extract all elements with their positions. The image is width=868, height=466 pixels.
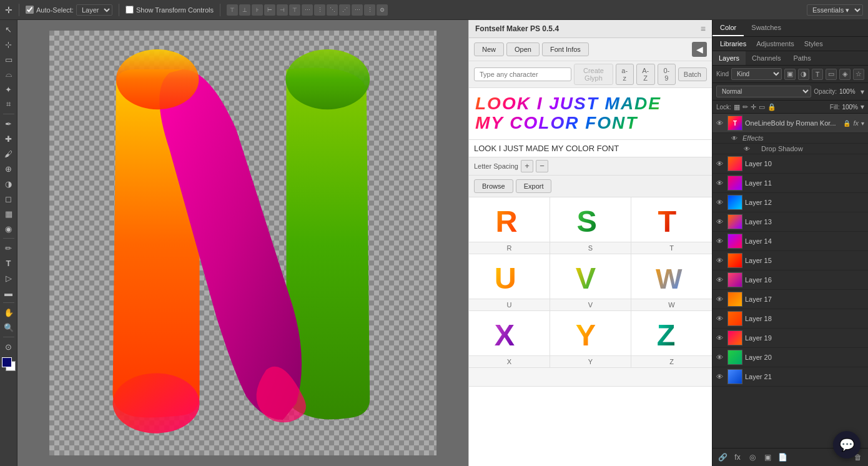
new-button[interactable]: New	[474, 42, 504, 56]
glyph-cell-Z[interactable]: Z Z	[631, 311, 712, 367]
eyedropper-icon[interactable]: ✒	[2, 117, 16, 131]
move-icon[interactable]: ✛	[5, 5, 12, 15]
distribute-3-icon[interactable]: ⋱	[327, 4, 338, 16]
crop-icon[interactable]: ⌗	[2, 97, 16, 111]
swatches-tab[interactable]: Swatches	[744, 20, 789, 36]
magic-wand-icon[interactable]: ✦	[2, 82, 16, 96]
create-glyph-button[interactable]: Create Glyph	[574, 64, 613, 85]
pixel-filter-icon[interactable]: ▣	[784, 69, 796, 80]
settings-icon[interactable]: ⚙	[377, 4, 388, 16]
preview-text-input[interactable]	[474, 144, 707, 153]
layer-14-eye-icon[interactable]: 👁	[716, 237, 725, 245]
lasso-icon[interactable]: ⌓	[2, 67, 16, 81]
glyph-cell-W[interactable]: W W	[631, 254, 712, 310]
align-top-icon[interactable]: ⊤	[227, 4, 238, 16]
layer-select[interactable]: Layer	[76, 4, 112, 16]
auto-select-checkbox[interactable]	[26, 6, 34, 14]
layer-top-expand-icon[interactable]: ▾	[861, 120, 864, 127]
font-infos-button[interactable]: Font Infos	[542, 42, 589, 56]
shape-icon[interactable]: ▬	[2, 286, 16, 300]
clone-icon[interactable]: ⊕	[2, 162, 16, 176]
blur-icon[interactable]: ◉	[2, 222, 16, 235]
letter-spacing-plus[interactable]: +	[521, 160, 533, 172]
layer-top-eye-icon[interactable]: 👁	[716, 119, 725, 127]
az-button[interactable]: a-z	[616, 64, 634, 85]
layer-19-eye-icon[interactable]: 👁	[716, 334, 725, 342]
layer-item-20[interactable]: 👁 Layer 20	[713, 348, 868, 367]
layer-item-10[interactable]: 👁 Layer 10	[713, 154, 868, 174]
collapse-arrow-button[interactable]: ◀	[692, 42, 707, 57]
foreground-color-box[interactable]	[2, 357, 12, 367]
glyph-cell-V[interactable]: V V	[550, 254, 631, 310]
letter-spacing-minus[interactable]: −	[536, 160, 548, 172]
layer-item-13[interactable]: 👁 Layer 13	[713, 212, 868, 232]
create-group-icon[interactable]: ▣	[761, 451, 774, 464]
layer-item-12[interactable]: 👁 Layer 12	[713, 193, 868, 212]
history-icon[interactable]: ◑	[2, 177, 16, 191]
layer-item-17[interactable]: 👁 Layer 17	[713, 290, 868, 309]
path-select-icon[interactable]: ▷	[2, 271, 16, 285]
effect-filter-icon[interactable]: ☆	[853, 69, 864, 80]
kind-select[interactable]: Kind	[731, 68, 782, 80]
fontself-collapse-icon[interactable]: ≡	[701, 24, 706, 34]
layer-item-19[interactable]: 👁 Layer 19	[713, 329, 868, 348]
AZ-button[interactable]: A-Z	[636, 64, 655, 85]
layer-13-eye-icon[interactable]: 👁	[716, 218, 725, 226]
distribute-6-icon[interactable]: ⋮	[364, 4, 375, 16]
pen-icon[interactable]: ✏	[2, 241, 16, 255]
glyph-cell-R[interactable]: R R	[469, 197, 550, 254]
distribute-2-icon[interactable]: ⋮	[314, 4, 325, 16]
lock-all-icon[interactable]: 🔒	[767, 103, 776, 111]
align-bottom-icon[interactable]: ⊦	[252, 4, 263, 16]
type-icon[interactable]: T	[2, 256, 16, 270]
layer-item-15[interactable]: 👁 Layer 15	[713, 251, 868, 270]
layer-top-fx-icon[interactable]: fx	[853, 119, 859, 127]
paths-section-tab[interactable]: Paths	[787, 51, 817, 65]
link-layers-icon[interactable]: 🔗	[716, 451, 729, 464]
shape-filter-icon[interactable]: ▭	[826, 69, 837, 80]
layer-20-eye-icon[interactable]: 👁	[716, 354, 725, 361]
color-tab[interactable]: Color	[713, 20, 744, 36]
09-button[interactable]: 0-9	[658, 64, 676, 85]
layer-item-14[interactable]: 👁 Layer 14	[713, 232, 868, 251]
layer-15-eye-icon[interactable]: 👁	[716, 257, 725, 264]
lock-transparent-icon[interactable]: ▦	[734, 103, 740, 111]
layer-item-top[interactable]: 👁 T OneLineBold by Roman Kor... 🔒 fx ▾	[713, 114, 868, 133]
chat-bubble-button[interactable]: 💬	[833, 431, 861, 459]
eraser-icon[interactable]: ◻	[2, 192, 16, 206]
opacity-dropdown-icon[interactable]: ▾	[861, 87, 864, 96]
export-button[interactable]: Export	[516, 179, 552, 193]
distribute-1-icon[interactable]: ⋯	[302, 4, 313, 16]
blend-mode-select[interactable]: Normal	[716, 86, 811, 97]
fill-dropdown-icon[interactable]: ▾	[861, 102, 864, 111]
batch-button[interactable]: Batch	[678, 67, 707, 81]
distribute-4-icon[interactable]: ⋰	[339, 4, 350, 16]
glyph-cell-T[interactable]: T T	[631, 197, 712, 254]
color-boxes[interactable]	[2, 357, 16, 375]
show-transform-checkbox[interactable]	[126, 6, 134, 14]
heal-icon[interactable]: ✚	[2, 132, 16, 146]
glyph-cell-Y[interactable]: Y Y	[550, 311, 631, 367]
glyph-cell-U[interactable]: U U	[469, 254, 550, 310]
marquee-icon[interactable]: ▭	[2, 52, 16, 66]
selection-icon[interactable]: ↖	[2, 22, 16, 36]
lock-image-icon[interactable]: ✏	[742, 103, 748, 111]
layer-17-eye-icon[interactable]: 👁	[716, 295, 725, 303]
smart-filter-icon[interactable]: ◈	[839, 69, 851, 80]
layers-section-tab[interactable]: Layers	[713, 51, 746, 65]
zoom-icon[interactable]: 🔍	[2, 320, 16, 334]
layer-21-eye-icon[interactable]: 👁	[716, 373, 725, 380]
effects-eye-icon[interactable]: 👁	[731, 135, 740, 142]
gradient-icon[interactable]: ▦	[2, 207, 16, 221]
open-button[interactable]: Open	[506, 42, 540, 56]
direct-select-icon[interactable]: ⊹	[2, 37, 16, 51]
adjust-filter-icon[interactable]: ◑	[798, 69, 809, 80]
essentials-dropdown[interactable]: Essentials ▾	[807, 4, 863, 16]
layer-item-21[interactable]: 👁 Layer 21	[713, 367, 868, 387]
styles-tab[interactable]: Styles	[799, 37, 828, 51]
align-right-icon[interactable]: ⊤	[289, 4, 300, 16]
layer-10-eye-icon[interactable]: 👁	[716, 160, 725, 167]
char-input[interactable]	[474, 67, 571, 81]
layer-item-18[interactable]: 👁 Layer 18	[713, 309, 868, 329]
new-layer-icon[interactable]: 📄	[776, 451, 789, 464]
